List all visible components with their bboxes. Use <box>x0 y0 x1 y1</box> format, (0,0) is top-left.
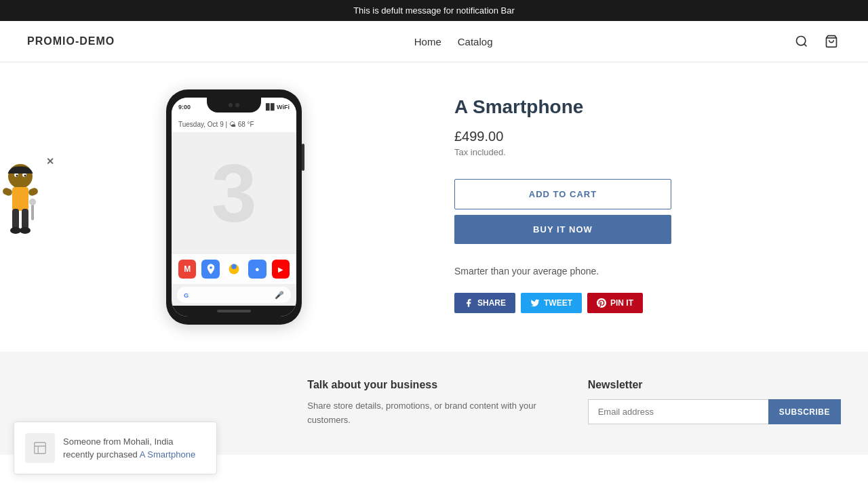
product-description: Smarter than your average phone. <box>454 266 814 277</box>
facebook-icon <box>464 298 473 308</box>
product-tax: Tax included. <box>454 147 814 157</box>
twitter-share-button[interactable]: TWEET <box>521 293 582 313</box>
svg-rect-10 <box>28 187 39 197</box>
header: PROMIO-DEMO Home Catalog <box>0 21 868 62</box>
purchase-popup: Someone from Mohali, India recently purc… <box>14 422 217 455</box>
chrome-icon: ● <box>248 260 266 279</box>
svg-line-1 <box>804 44 807 47</box>
phone-time: 9:00 <box>178 104 191 110</box>
phone-notch <box>207 98 261 113</box>
nav-home[interactable]: Home <box>414 36 441 47</box>
notification-message: This is defult message for notification … <box>353 5 515 16</box>
phone-apps-row: M ● ▶ <box>172 254 296 284</box>
phone-screen: 9:00 ▊▊ WiFi Tuesday, Oct 9 | 🌤 68 °F 3 … <box>172 98 296 317</box>
facebook-share-button[interactable]: SHARE <box>454 293 515 313</box>
footer-business-text: Share store details, promotions, or bran… <box>307 399 560 428</box>
facebook-label: SHARE <box>477 298 506 308</box>
twitter-label: TWEET <box>544 298 572 308</box>
footer-newsletter-title: Newsletter <box>588 379 841 391</box>
svg-rect-11 <box>12 209 19 229</box>
popup-product-link[interactable]: A Smartphone <box>140 449 195 455</box>
svg-rect-18 <box>35 443 46 454</box>
svg-text:G: G <box>184 292 189 299</box>
product-image-container: 9:00 ▊▊ WiFi Tuesday, Oct 9 | 🌤 68 °F 3 … <box>54 89 414 325</box>
main-content: 9:00 ▊▊ WiFi Tuesday, Oct 9 | 🌤 68 °F 3 … <box>27 89 841 325</box>
svg-rect-12 <box>22 209 28 229</box>
svg-point-13 <box>10 227 21 234</box>
google-logo: G <box>184 290 193 300</box>
gmail-icon: M <box>178 260 196 279</box>
phone-date-bar: Tuesday, Oct 9 | 🌤 68 °F <box>172 117 296 132</box>
notch-camera <box>229 103 233 107</box>
product-details: A Smartphone £499.00 Tax included. ADD T… <box>454 89 814 313</box>
buy-it-now-button[interactable]: BUY IT NOW <box>454 215 671 244</box>
pinterest-label: PIN IT <box>610 298 633 308</box>
maps-icon <box>201 260 219 279</box>
footer-newsletter-section: Newsletter SUBSCRIBE <box>588 379 841 428</box>
footer-business-section: Talk about your business Share store det… <box>307 379 560 428</box>
newsletter-subscribe-button[interactable]: SUBSCRIBE <box>768 399 841 424</box>
home-bar <box>217 310 251 312</box>
svg-point-6 <box>16 175 18 177</box>
popup-text: Someone from Mohali, India recently purc… <box>63 435 205 455</box>
search-icon <box>795 35 808 48</box>
phone-date: Tuesday, Oct 9 | 🌤 68 °F <box>178 121 254 128</box>
character-body <box>0 163 47 260</box>
search-button[interactable] <box>792 32 811 51</box>
phone-side-button <box>302 144 304 171</box>
pinterest-share-button[interactable]: PIN IT <box>587 293 643 313</box>
product-title: A Smartphone <box>454 96 814 118</box>
phone-home-indicator <box>172 306 296 317</box>
footer-inner: Talk about your business Share store det… <box>27 379 841 428</box>
youtube-icon: ▶ <box>272 260 290 279</box>
pinterest-icon <box>597 298 606 308</box>
photos-icon <box>225 260 243 279</box>
add-to-cart-button[interactable]: ADD TO CART <box>454 179 671 209</box>
popup-image <box>25 433 55 455</box>
product-price: £499.00 <box>454 129 814 144</box>
header-icons <box>792 32 841 51</box>
phone-search-bar: G 🎤 <box>177 287 291 303</box>
nav-catalog[interactable]: Catalog <box>458 36 493 47</box>
notch-speaker <box>235 103 239 107</box>
newsletter-email-input[interactable] <box>588 399 768 424</box>
floating-character: ✕ <box>0 163 47 260</box>
svg-point-14 <box>20 227 31 234</box>
notification-bar: This is defult message for notification … <box>0 0 868 21</box>
character-svg <box>0 163 41 258</box>
svg-point-0 <box>797 37 806 45</box>
footer-business-title: Talk about your business <box>307 379 560 391</box>
svg-rect-9 <box>2 187 14 197</box>
svg-point-16 <box>29 199 36 205</box>
twitter-icon <box>530 298 540 308</box>
newsletter-form: SUBSCRIBE <box>588 399 841 424</box>
svg-rect-15 <box>31 203 34 220</box>
cart-button[interactable] <box>822 32 841 51</box>
cart-icon <box>825 35 838 48</box>
svg-rect-8 <box>12 187 28 211</box>
footer-empty-col <box>27 379 280 428</box>
svg-point-7 <box>24 175 26 177</box>
google-mic: 🎤 <box>275 291 284 300</box>
popup-product-icon <box>33 441 47 455</box>
social-buttons: SHARE TWEET PIN IT <box>454 293 814 313</box>
phone-big-number: 3 <box>172 132 296 254</box>
main-nav: Home Catalog <box>414 36 493 47</box>
phone-mockup: 9:00 ▊▊ WiFi Tuesday, Oct 9 | 🌤 68 °F 3 … <box>166 89 302 325</box>
logo[interactable]: PROMIO-DEMO <box>27 35 115 47</box>
phone-signal: ▊▊ WiFi <box>266 104 290 110</box>
